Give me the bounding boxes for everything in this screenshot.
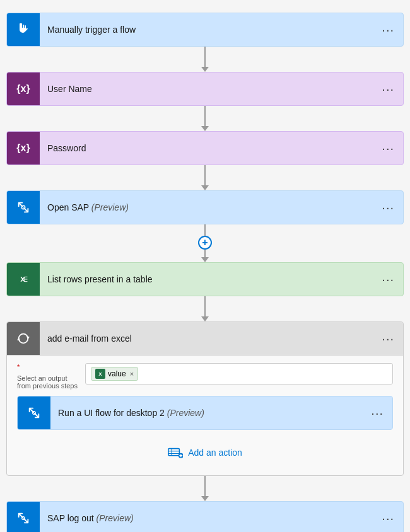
plus-button[interactable]: +	[198, 236, 212, 250]
tag-excel-letter: X	[98, 371, 102, 377]
select-output-section: * Select an outputfrom previous steps X …	[17, 363, 393, 390]
curly-braces-icon: {x}	[16, 83, 30, 95]
open-sap-menu[interactable]: ···	[373, 200, 403, 215]
connector-2	[201, 106, 209, 131]
user-name-menu[interactable]: ···	[373, 82, 403, 96]
curly-braces-icon-2: {x}	[16, 142, 30, 154]
svg-point-14	[22, 517, 25, 520]
sap-logout-card: SAP log out (Preview) ···	[6, 501, 404, 532]
run-ui-flow-icon	[18, 396, 50, 429]
connector-arrow	[201, 257, 209, 262]
select-label: Select an outputfrom previous steps	[17, 371, 78, 390]
connector-arrow	[201, 67, 209, 72]
svg-point-6	[33, 412, 36, 415]
value-tag: X value ×	[91, 367, 138, 381]
password-menu[interactable]: ···	[373, 141, 403, 156]
open-sap-title: Open SAP (Preview)	[40, 202, 373, 212]
connector-3	[201, 165, 209, 190]
connector-5	[201, 476, 209, 501]
password-card: {x} Password ···	[6, 131, 404, 165]
line-top	[204, 224, 206, 236]
sap-logout-preview: (Preview)	[97, 513, 134, 523]
foreach-title: add e-mail from excel	[40, 333, 373, 344]
connector-line	[204, 47, 206, 67]
tag-value-label: value	[108, 369, 126, 378]
sap-logout-menu[interactable]: ···	[373, 511, 403, 526]
add-action-button[interactable]: Add an action	[156, 440, 254, 465]
manually-trigger-title: Manually trigger a flow	[40, 25, 373, 35]
tag-excel-icon: X	[95, 369, 105, 379]
svg-rect-7	[168, 449, 180, 456]
open-sap-icon	[7, 191, 40, 224]
foreach-menu[interactable]: ···	[373, 332, 403, 346]
select-asterisk: *	[17, 363, 78, 371]
manually-trigger-menu[interactable]: ···	[373, 23, 403, 37]
svg-point-0	[21, 205, 25, 209]
open-sap-card: Open SAP (Preview) ···	[6, 190, 404, 224]
excel-icon	[7, 263, 40, 296]
list-rows-menu[interactable]: ···	[373, 272, 403, 287]
connector-line	[204, 476, 206, 496]
line-bottom	[204, 250, 206, 257]
connector-arrow	[201, 185, 209, 190]
flow-canvas: Manually trigger a flow ··· {x} User Nam…	[6, 13, 404, 532]
list-rows-card: List rows present in a table ···	[6, 262, 404, 296]
run-ui-flow-preview: (Preview)	[167, 408, 204, 418]
connector-arrow	[201, 496, 209, 501]
connector-1	[201, 47, 209, 72]
connector-line	[204, 165, 206, 185]
select-label-group: * Select an outputfrom previous steps	[17, 363, 78, 390]
password-title: Password	[40, 143, 373, 153]
foreach-body: * Select an outputfrom previous steps X …	[7, 356, 403, 475]
connector-arrow	[201, 316, 209, 321]
foreach-header: add e-mail from excel ···	[7, 322, 403, 356]
connector-line	[204, 296, 206, 316]
run-ui-flow-card: Run a UI flow for desktop 2 (Preview) ··…	[17, 396, 393, 430]
run-ui-flow-title: Run a UI flow for desktop 2 (Preview)	[50, 408, 362, 418]
sap-logout-icon	[7, 502, 40, 532]
list-rows-title: List rows present in a table	[40, 274, 373, 284]
manually-trigger-card: Manually trigger a flow ···	[6, 13, 404, 47]
open-sap-preview: (Preview)	[91, 202, 129, 212]
foreach-container: add e-mail from excel ··· * Select an ou…	[6, 321, 404, 476]
add-action-icon	[168, 446, 183, 459]
loop-icon	[7, 322, 40, 355]
run-ui-flow-menu[interactable]: ···	[362, 406, 392, 420]
connector-arrow	[201, 126, 209, 131]
user-name-icon: {x}	[7, 72, 40, 105]
tag-close-button[interactable]: ×	[130, 370, 134, 378]
password-icon: {x}	[7, 132, 40, 165]
sap-logout-title: SAP log out (Preview)	[40, 513, 373, 523]
connector-line	[204, 106, 206, 126]
connector-plus-1: +	[198, 224, 212, 262]
add-action-label: Add an action	[188, 448, 242, 458]
hand-icon	[7, 13, 40, 46]
user-name-title: User Name	[40, 84, 373, 94]
select-input[interactable]: X value ×	[85, 363, 393, 385]
connector-4	[201, 296, 209, 321]
user-name-card: {x} User Name ···	[6, 72, 404, 106]
